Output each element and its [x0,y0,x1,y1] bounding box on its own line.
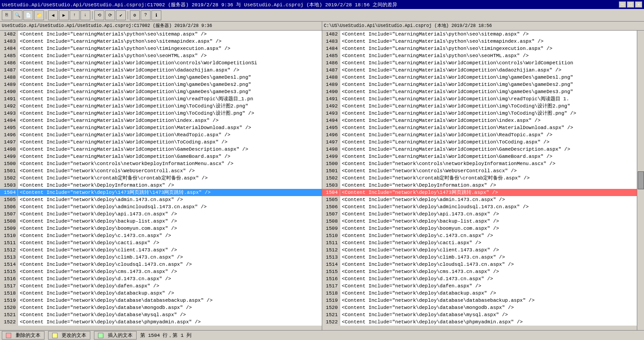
toolbar-btn-12[interactable]: ⚙ [130,10,140,20]
table-row[interactable]: 1504 <Content Include="network\deploy\14… [322,189,644,196]
table-row[interactable]: 1495 <Content Include="LearningMaterials… [322,124,644,131]
table-row[interactable]: 1514 <Content Include="network\deploy\cl… [0,261,322,268]
table-row[interactable]: 1489 <Content Include="LearningMaterials… [0,81,322,88]
table-row[interactable]: 1499 <Content Include="LearningMaterials… [0,153,322,160]
table-row[interactable]: 1485 <Content Include="LearningMaterials… [322,52,644,59]
toolbar-btn-8[interactable]: ↓ [80,10,90,20]
table-row[interactable]: 1519 <Content Include="network\deploy\da… [0,297,322,304]
table-row[interactable]: 1506 <Content Include="network\deploy\ad… [0,203,322,210]
table-row[interactable]: 1498 <Content Include="LearningMaterials… [0,146,322,153]
table-row[interactable]: 1517 <Content Include="network\deploy\da… [322,282,644,290]
table-row[interactable]: 1516 <Content Include="network\deploy\d.… [322,275,644,282]
scrollbar-right[interactable] [637,31,644,330]
table-row[interactable]: 1512 <Content Include="network\deploy\cl… [0,246,322,254]
table-row[interactable]: 1517 <Content Include="network\deploy\da… [0,282,322,290]
table-row[interactable]: 1511 <Content Include="network\deploy\ca… [0,239,322,246]
table-row[interactable]: 1492 <Content Include="LearningMaterials… [0,103,322,110]
table-row[interactable]: 1515 <Content Include="network\deploy\cm… [322,268,644,275]
toolbar-btn-4[interactable]: 📁 [34,10,44,20]
table-row[interactable]: 1492 <Content Include="LearningMaterials… [322,103,644,110]
toolbar-btn-9[interactable]: ⟲ [94,10,104,20]
table-row[interactable]: 1488 <Content Include="LearningMaterials… [322,74,644,81]
table-row[interactable]: 1490 <Content Include="LearningMaterials… [0,88,322,95]
table-row[interactable]: 1505 <Content Include="network\deploy\ad… [0,196,322,203]
table-row[interactable]: 1516 <Content Include="network\deploy\d.… [0,275,322,282]
table-row[interactable]: 1487 <Content Include="LearningMaterials… [322,67,644,74]
table-row[interactable]: 1509 <Content Include="network\deploy\bo… [0,225,322,232]
table-row[interactable]: 1510 <Content Include="network\deploy\c.… [0,232,322,239]
table-row[interactable]: 1518 <Content Include="network\deploy\da… [322,290,644,297]
table-row[interactable]: 1519 <Content Include="network\deploy\da… [322,297,644,304]
maximize-button[interactable]: □ [627,1,634,8]
table-row[interactable]: 1504 <Content Include="network\deploy\14… [0,189,322,196]
table-row[interactable]: 1502 <Content Include="network\crontab定时… [0,174,322,182]
table-row[interactable]: 1518 <Content Include="network\deploy\da… [0,290,322,297]
toolbar-btn-3[interactable]: 📄 [23,10,33,20]
toolbar-btn-11[interactable]: ✔ [116,10,126,20]
table-row[interactable]: 1499 <Content Include="LearningMaterials… [322,153,644,160]
table-row[interactable]: 1511 <Content Include="network\deploy\ca… [322,239,644,246]
table-row[interactable]: 1510 <Content Include="network\deploy\c.… [322,232,644,239]
table-row[interactable]: 1508 <Content Include="network\deploy\ba… [322,218,644,225]
table-row[interactable]: 1482 <Content Include="LearningMaterials… [322,31,644,38]
table-row[interactable]: 1509 <Content Include="network\deploy\bo… [322,225,644,232]
table-row[interactable]: 1500 <Content Include="network\controls\… [0,160,322,167]
toolbar-btn-6[interactable]: ▶ [59,10,69,20]
table-row[interactable]: 1496 <Content Include="LearningMaterials… [322,131,644,139]
toolbar-btn-13[interactable]: ? [141,10,151,20]
table-row[interactable]: 1505 <Content Include="network\deploy\ad… [322,196,644,203]
table-row[interactable]: 1495 <Content Include="LearningMaterials… [0,124,322,131]
table-row[interactable]: 1503 <Content Include="network\DeployInf… [0,182,322,189]
table-row[interactable]: 1484 <Content Include="LearningMaterials… [322,45,644,52]
toolbar-btn-10[interactable]: ⟳ [105,10,115,20]
table-row[interactable]: 1486 <Content Include="LearningMaterials… [0,59,322,67]
table-row[interactable]: 1507 <Content Include="network\deploy\ap… [322,210,644,218]
table-row[interactable]: 1522 <Content Include="network\deploy\da… [0,318,322,326]
table-row[interactable]: 1488 <Content Include="LearningMaterials… [0,74,322,81]
table-row[interactable]: 1483 <Content Include="LearningMaterials… [0,38,322,45]
table-row[interactable]: 1487 <Content Include="LearningMaterials… [0,67,322,74]
table-row[interactable]: 1522 <Content Include="network\deploy\da… [322,318,644,326]
table-row[interactable]: 1482 <Content Include="LearningMaterials… [0,31,322,38]
table-row[interactable]: 1512 <Content Include="network\deploy\cl… [322,246,644,254]
table-row[interactable]: 1491 <Content Include="LearningMaterials… [322,95,644,103]
table-row[interactable]: 1493 <Content Include="LearningMaterials… [0,110,322,117]
diff-pane-left[interactable]: 1482 <Content Include="LearningMaterials… [0,31,322,330]
table-row[interactable]: 1484 <Content Include="LearningMaterials… [0,45,322,52]
table-row[interactable]: 1521 <Content Include="network\deploy\da… [322,311,644,318]
table-row[interactable]: 1506 <Content Include="network\deploy\ad… [322,203,644,210]
toolbar-btn-7[interactable]: ↑ [70,10,80,20]
table-row[interactable]: 1521 <Content Include="network\deploy\da… [0,311,322,318]
left-scroll[interactable]: 1482 <Content Include="LearningMaterials… [0,31,322,330]
minimize-button[interactable]: ─ [619,1,626,8]
table-row[interactable]: 1513 <Content Include="network\deploy\cl… [0,254,322,261]
table-row[interactable]: 1494 <Content Include="LearningMaterials… [322,117,644,124]
table-row[interactable]: 1500 <Content Include="network\controls\… [322,160,644,167]
table-row[interactable]: 1485 <Content Include="LearningMaterials… [0,52,322,59]
diff-pane-right[interactable]: 1482 <Content Include="LearningMaterials… [322,31,644,330]
table-row[interactable]: 1514 <Content Include="network\deploy\cl… [322,261,644,268]
table-row[interactable]: 1508 <Content Include="network\deploy\ba… [0,218,322,225]
table-row[interactable]: 1491 <Content Include="LearningMaterials… [0,95,322,103]
close-button[interactable]: ✕ [635,1,642,8]
table-row[interactable]: 1501 <Content Include="network\controls\… [0,167,322,174]
table-row[interactable]: 1490 <Content Include="LearningMaterials… [322,88,644,95]
table-row[interactable]: 1501 <Content Include="network\controls\… [322,167,644,174]
toolbar-btn-14[interactable]: ℹ [151,10,161,20]
table-row[interactable]: 1515 <Content Include="network\deploy\cm… [0,268,322,275]
table-row[interactable]: 1496 <Content Include="LearningMaterials… [0,131,322,139]
scrollbar-thumb[interactable] [638,171,644,189]
table-row[interactable]: 1494 <Content Include="LearningMaterials… [0,117,322,124]
table-row[interactable]: 1520 <Content Include="network\deploy\da… [322,304,644,311]
table-row[interactable]: 1513 <Content Include="network\deploy\cl… [322,254,644,261]
toolbar-btn-5[interactable]: ◀ [48,10,58,20]
table-row[interactable]: 1520 <Content Include="network\deploy\da… [0,304,322,311]
table-row[interactable]: 1497 <Content Include="LearningMaterials… [322,139,644,146]
table-row[interactable]: 1493 <Content Include="LearningMaterials… [322,110,644,117]
right-scroll[interactable]: 1482 <Content Include="LearningMaterials… [322,31,644,330]
table-row[interactable]: 1486 <Content Include="LearningMaterials… [322,59,644,67]
toolbar-btn-2[interactable]: 🔍 [13,10,22,20]
table-row[interactable]: 1503 <Content Include="network\DeployInf… [322,182,644,189]
toolbar-btn-1[interactable]: ⎘ [2,10,12,20]
table-row[interactable]: 1507 <Content Include="network\deploy\ap… [0,210,322,218]
